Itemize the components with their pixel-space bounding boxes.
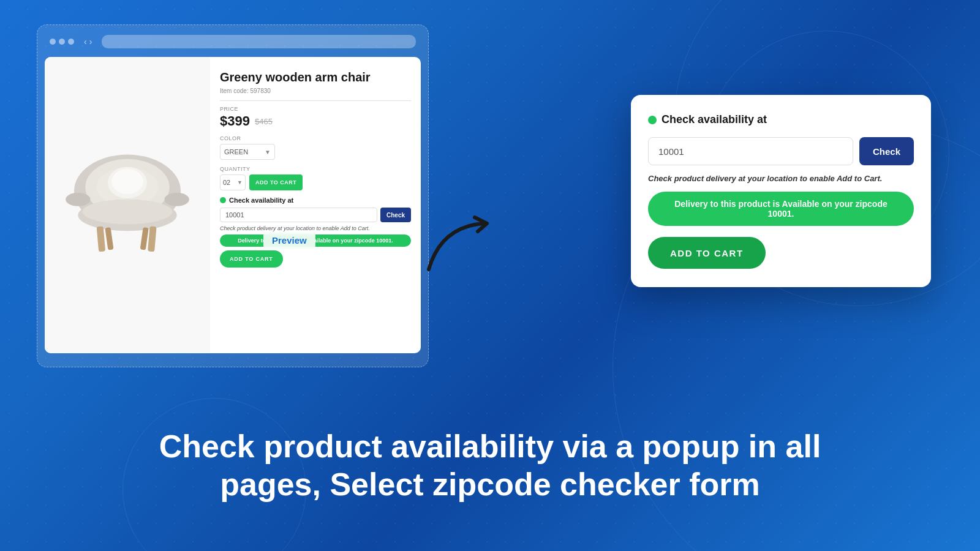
green-dot-icon [220, 197, 226, 203]
product-details: Greeny wooden arm chair Item code: 59783… [210, 57, 421, 353]
add-to-cart-button-small[interactable]: ADD TO CART [249, 174, 303, 190]
price-row: $399 $465 [220, 113, 411, 129]
delivery-success-small: Delivery to this product is Available on… [220, 234, 411, 247]
svg-rect-8 [148, 226, 157, 252]
arrow-container [417, 214, 502, 276]
popup-title-text: Check availability at [662, 113, 767, 126]
popup-green-dot-icon [648, 116, 657, 124]
quantity-label: QUANTITY [220, 166, 411, 172]
quantity-row: 02 ▼ ADD TO CART [220, 174, 411, 190]
browser-dot-1 [50, 39, 56, 45]
arrow-svg [417, 214, 502, 276]
browser-dot-2 [59, 39, 65, 45]
svg-rect-7 [97, 226, 106, 252]
add-to-cart-button-bottom[interactable]: ADD TO CART [220, 250, 283, 268]
zipcode-input-small[interactable] [220, 208, 377, 222]
bottom-line1: Check product availability via a popup i… [159, 429, 821, 464]
browser-bar: ‹ › [45, 32, 421, 51]
price-current: $399 [220, 113, 250, 129]
popup-zipcode-input[interactable] [648, 137, 853, 165]
svg-rect-10 [140, 227, 149, 250]
check-availability-title: Check availability at [220, 197, 411, 204]
popup-delivery-success: Delivery to this product is Available on… [648, 192, 914, 226]
browser-url-bar [102, 35, 416, 48]
price-original: $465 [255, 117, 273, 126]
check-avail-title-text: Check availability at [229, 197, 293, 204]
color-select-value: GREEN [224, 148, 248, 156]
color-select[interactable]: GREEN ▼ [220, 144, 275, 160]
popup-title: Check availability at [648, 113, 914, 126]
product-title: Greeny wooden arm chair [220, 69, 411, 85]
price-label: PRICE [220, 106, 411, 112]
browser-content: Greeny wooden arm chair Item code: 59783… [45, 57, 421, 353]
chair-image [60, 144, 195, 266]
browser-dot-3 [68, 39, 74, 45]
svg-point-12 [111, 169, 143, 193]
browser-nav: ‹ › [84, 37, 92, 47]
product-sku: Item code: 597830 [220, 88, 411, 94]
browser-back-icon[interactable]: ‹ [84, 37, 87, 47]
delivery-hint-small: Check product delivery at your location … [220, 225, 411, 231]
page-bottom-section: Check product availability via a popup i… [0, 380, 980, 551]
browser-mockup: ‹ › [37, 24, 429, 367]
zip-input-row: Check [220, 208, 411, 222]
svg-point-4 [165, 193, 189, 206]
quantity-select[interactable]: 02 ▼ [220, 174, 246, 190]
page-top-section: ‹ › [0, 0, 980, 380]
browser-forward-icon[interactable]: › [89, 37, 92, 47]
check-availability-section: Check availability at Check Check produc… [220, 197, 411, 268]
browser-dots [50, 39, 74, 45]
color-label: COLOR [220, 135, 411, 141]
popup-zip-row: Check [648, 137, 914, 165]
svg-point-3 [66, 193, 90, 206]
qty-value: 02 [223, 179, 230, 186]
check-button-small[interactable]: Check [380, 208, 411, 222]
bottom-line2: pages, Select zipcode checker form [220, 467, 760, 502]
popup-delivery-hint: Check product delivery at your location … [648, 174, 914, 183]
popup-check-button[interactable]: Check [859, 137, 914, 165]
color-select-arrow: ▼ [265, 149, 271, 156]
qty-arrow: ▼ [237, 179, 243, 186]
preview-overlay: Preview [263, 231, 315, 249]
svg-point-6 [83, 200, 173, 224]
svg-rect-9 [105, 227, 113, 250]
popup-add-to-cart-button[interactable]: ADD TO CART [648, 237, 766, 269]
bottom-headline: Check product availability via a popup i… [159, 427, 821, 504]
popup-card: Check availability at Check Check produc… [631, 95, 931, 287]
product-image-area [45, 57, 210, 353]
